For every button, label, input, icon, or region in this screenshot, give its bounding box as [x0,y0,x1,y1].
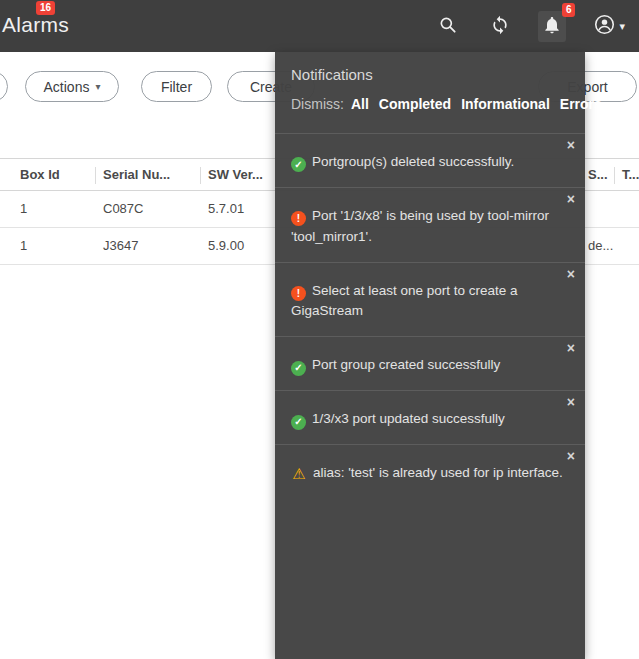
bell-icon [542,15,562,38]
notification-text: Portgroup(s) deleted successfully. [312,154,514,169]
notification-count-badge: 6 [562,3,576,17]
close-icon[interactable]: × [567,138,575,152]
notification-body: !Port '1/3/x8' is being used by tool-mir… [291,206,571,248]
notification-item: × ✓1/3/x3 port updated successfully [275,390,585,444]
chevron-down-icon: ▾ [619,20,625,33]
screen: Alarms 16 [0,0,639,659]
column-header-s[interactable]: S... [588,159,608,191]
close-icon[interactable]: × [567,341,575,355]
search-icon [438,15,458,38]
alarm-count-badge: 16 [36,1,55,15]
notification-text: 1/3/x3 port updated successfully [312,411,505,426]
notification-text: Port group created successfully [312,357,500,372]
notification-item: × ⚠alias: 'test' is already used for ip … [275,444,585,498]
actions-button[interactable]: Actions ▾ [25,71,119,102]
notifications-panel: Notifications Dismiss:AllCompletedInform… [275,52,585,659]
page-title: Alarms [2,13,69,36]
cell-serial: C087C [103,191,143,227]
close-icon[interactable]: × [567,267,575,281]
cell-truncated: de... [588,228,613,264]
column-header-box-id[interactable]: Box Id [20,159,60,191]
cell-sw-version: 5.9.00 [208,228,244,264]
cell-serial: J3647 [103,228,138,264]
error-icon: ! [291,211,306,226]
dismiss-informational-link[interactable]: Informational [461,96,550,112]
dismiss-errors-link[interactable]: Errors [560,96,602,112]
user-icon [594,14,615,38]
cell-sw-version: 5.7.01 [208,191,244,227]
success-icon: ✓ [291,361,306,376]
page-title-wrap: Alarms 16 [2,13,69,37]
notification-item: × ✓Portgroup(s) deleted successfully. [275,133,585,187]
dismiss-all-link[interactable]: All [351,96,369,112]
column-divider [614,167,615,184]
success-icon: ✓ [291,157,306,172]
close-icon[interactable]: × [567,449,575,463]
notifications-button[interactable]: 6 [538,11,566,42]
notification-body: ✓Portgroup(s) deleted successfully. [291,152,571,173]
notification-item: × !Port '1/3/x8' is being used by tool-m… [275,187,585,262]
refresh-icon [490,15,510,38]
dismiss-bar: Dismiss:AllCompletedInformationalErrors [291,93,569,117]
cell-box-id: 1 [20,228,27,264]
column-divider [95,167,96,184]
notification-text: alias: 'test' is already used for ip int… [313,465,563,480]
notification-body: ✓Port group created successfully [291,355,571,376]
notification-item: × ✓Port group created successfully [275,336,585,390]
header-icons: 6 ▾ [434,0,629,52]
notifications-title: Notifications [291,66,569,83]
dismiss-completed-link[interactable]: Completed [379,96,451,112]
dismiss-label: Dismiss: [291,96,344,112]
filter-button[interactable]: Filter [141,71,212,102]
search-button[interactable] [434,11,462,42]
actions-label: Actions [44,79,90,95]
chevron-down-icon: ▾ [95,81,100,92]
notification-body: ✓1/3/x3 port updated successfully [291,409,571,430]
close-icon[interactable]: × [567,395,575,409]
cell-box-id: 1 [20,191,27,227]
column-header-serial[interactable]: Serial Nu... [103,159,170,191]
notification-text: Select at least one port to create a Gig… [291,283,518,319]
notification-body: ⚠alias: 'test' is already used for ip in… [291,463,571,484]
column-header-sw-version[interactable]: SW Ver... [208,159,263,191]
refresh-button[interactable] [486,11,514,42]
notification-item: × !Select at least one port to create a … [275,262,585,337]
close-icon[interactable]: × [567,192,575,206]
warning-icon: ⚠ [291,466,307,481]
column-divider [200,167,201,184]
user-menu-button[interactable]: ▾ [590,10,629,42]
success-icon: ✓ [291,415,306,430]
cropped-left-button[interactable] [0,71,8,102]
app-header: Alarms 16 [0,0,639,52]
notification-body: !Select at least one port to create a Gi… [291,281,571,323]
notification-text: Port '1/3/x8' is being used by tool-mirr… [291,208,549,244]
column-header-t[interactable]: T... [622,159,639,191]
notifications-list: × ✓Portgroup(s) deleted successfully. × … [275,133,585,498]
error-icon: ! [291,286,306,301]
